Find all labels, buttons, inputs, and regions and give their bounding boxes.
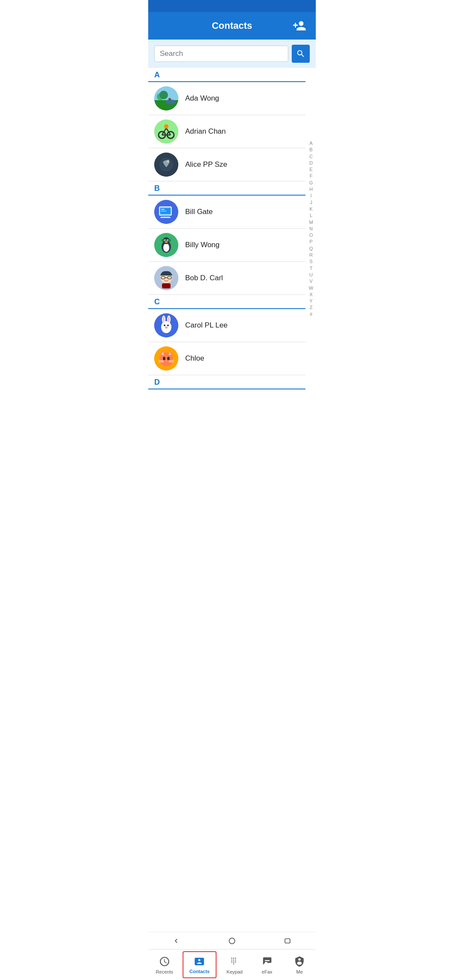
main-content: A Ada Wong xyxy=(148,68,316,439)
alpha-u[interactable]: U xyxy=(307,272,315,278)
svg-rect-39 xyxy=(162,283,171,288)
avatar-carol-pl-lee xyxy=(154,313,178,337)
contact-item-bill-gate[interactable]: Bill Gate xyxy=(148,196,305,229)
section-letter-c: C xyxy=(154,297,160,306)
avatar-bill-gate xyxy=(154,200,178,224)
alpha-h[interactable]: H xyxy=(307,186,315,192)
alpha-y[interactable]: Y xyxy=(307,298,315,304)
section-header-d: D xyxy=(148,375,305,389)
section-header-b: B xyxy=(148,181,305,196)
add-contact-button[interactable] xyxy=(292,18,307,34)
alpha-i[interactable]: I xyxy=(307,193,315,199)
svg-rect-19 xyxy=(160,217,171,218)
avatar-billy-wong xyxy=(154,233,178,257)
alpha-r[interactable]: R xyxy=(307,252,315,258)
contact-name-adrian-chan: Adrian Chan xyxy=(185,127,226,136)
contact-name-chloe: Chloe xyxy=(185,354,204,363)
contact-item-adrian-chan[interactable]: Adrian Chan xyxy=(148,115,305,148)
contact-item-bob-d-carl[interactable]: Bob D. Carl xyxy=(148,262,305,295)
status-bar xyxy=(148,0,316,12)
svg-point-32 xyxy=(162,239,164,242)
contact-name-billy-wong: Billy Wong xyxy=(185,241,220,249)
alpha-t[interactable]: T xyxy=(307,265,315,271)
svg-rect-18 xyxy=(161,215,170,217)
svg-rect-21 xyxy=(161,209,165,210)
svg-point-3 xyxy=(159,91,168,99)
section-letter-b: B xyxy=(154,184,160,193)
search-input[interactable] xyxy=(160,49,283,58)
svg-point-30 xyxy=(168,240,168,241)
alpha-q[interactable]: Q xyxy=(307,245,315,251)
contact-item-ada-wong[interactable]: Ada Wong xyxy=(148,82,305,115)
alpha-k[interactable]: K xyxy=(307,206,315,212)
avatar-ada-wong xyxy=(154,86,178,110)
alpha-c[interactable]: C xyxy=(307,153,315,159)
svg-point-33 xyxy=(168,239,171,242)
section-letter-a: A xyxy=(154,70,160,79)
alpha-hash[interactable]: # xyxy=(307,311,315,317)
svg-point-45 xyxy=(168,316,170,322)
section-header-a: A xyxy=(148,68,305,82)
contact-item-chloe[interactable]: Chloe xyxy=(148,342,305,375)
contact-item-carol-pl-lee[interactable]: Carol PL Lee xyxy=(148,309,305,342)
svg-rect-22 xyxy=(161,211,166,211)
avatar-bob-d-carl xyxy=(154,266,178,290)
svg-point-12 xyxy=(164,124,168,129)
contact-item-billy-wong[interactable]: Billy Wong xyxy=(148,229,305,262)
svg-rect-6 xyxy=(154,119,178,144)
avatar-alice-pp-sze xyxy=(154,153,178,177)
alpha-e[interactable]: E xyxy=(307,166,315,172)
contact-name-carol-pl-lee: Carol PL Lee xyxy=(185,321,228,330)
alpha-m[interactable]: M xyxy=(307,219,315,225)
alpha-b[interactable]: B xyxy=(307,147,315,153)
search-input-wrapper[interactable] xyxy=(154,46,288,62)
svg-point-5 xyxy=(168,98,171,101)
alpha-l[interactable]: L xyxy=(307,212,315,218)
alpha-w[interactable]: W xyxy=(307,285,315,291)
alpha-a[interactable]: A xyxy=(307,140,315,146)
alpha-n[interactable]: N xyxy=(307,226,315,232)
svg-point-56 xyxy=(167,357,170,360)
svg-point-46 xyxy=(164,325,165,326)
search-bar xyxy=(148,40,316,68)
alpha-v[interactable]: V xyxy=(307,278,315,284)
alpha-p[interactable]: P xyxy=(307,239,315,245)
svg-point-55 xyxy=(163,357,165,360)
alpha-d[interactable]: D xyxy=(307,160,315,166)
section-letter-d: D xyxy=(154,378,160,386)
avatar-adrian-chan xyxy=(154,119,178,144)
contact-item-alice-pp-sze[interactable]: Alice PP Sze xyxy=(148,148,305,181)
svg-point-15 xyxy=(167,160,169,162)
contact-name-ada-wong: Ada Wong xyxy=(185,94,219,103)
svg-point-25 xyxy=(163,243,169,252)
alpha-g[interactable]: G xyxy=(307,180,315,186)
alpha-z[interactable]: Z xyxy=(307,304,315,310)
header: Contacts xyxy=(148,12,316,40)
svg-point-44 xyxy=(163,316,165,322)
alphabet-sidebar: A B C D E F G H I J K L M N O P Q R S T … xyxy=(306,68,316,389)
contact-name-alice-pp-sze: Alice PP Sze xyxy=(185,160,227,169)
search-button[interactable] xyxy=(292,45,310,63)
alpha-s[interactable]: S xyxy=(307,258,315,264)
alpha-f[interactable]: F xyxy=(307,173,315,179)
svg-point-31 xyxy=(165,241,168,243)
contact-name-bob-d-carl: Bob D. Carl xyxy=(185,274,223,282)
contact-list: A Ada Wong xyxy=(148,68,316,389)
section-header-c: C xyxy=(148,295,305,309)
avatar-chloe xyxy=(154,346,178,371)
page-title: Contacts xyxy=(172,20,292,31)
alpha-x[interactable]: X xyxy=(307,291,315,297)
svg-point-29 xyxy=(165,240,166,241)
contact-name-bill-gate: Bill Gate xyxy=(185,208,213,216)
alpha-o[interactable]: O xyxy=(307,232,315,238)
svg-point-47 xyxy=(167,325,169,326)
contact-list-wrapper: A Ada Wong xyxy=(148,68,316,389)
alpha-j[interactable]: J xyxy=(307,199,315,205)
